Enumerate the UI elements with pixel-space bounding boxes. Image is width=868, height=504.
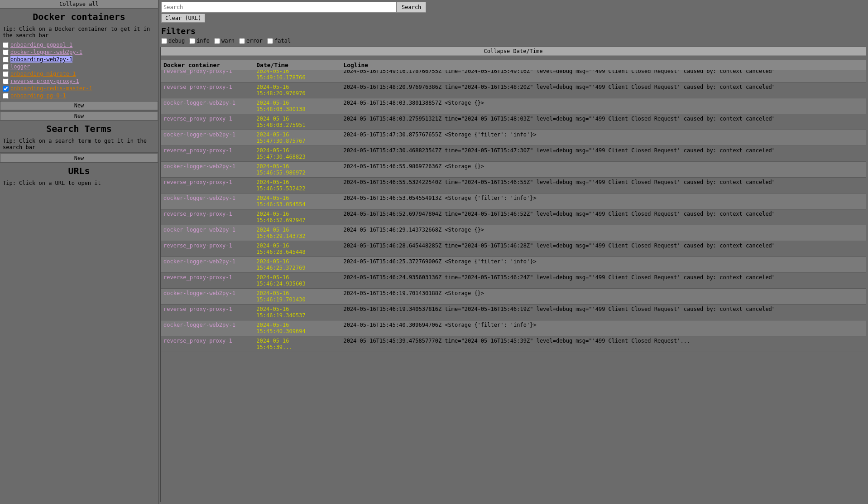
filter-checkbox-error[interactable] — [239, 38, 245, 44]
cell-container: reverse_proxy-proxy-1 — [161, 146, 254, 162]
cell-container: docker-logger-web2py-1 — [161, 98, 254, 114]
search-input[interactable] — [161, 2, 397, 13]
cell-logline: 2024-05-16T15:46:53.054554913Z <Storage … — [340, 194, 866, 209]
cell-datetime: 2024-05-16 15:45:40.309694 — [254, 320, 340, 336]
container-checkbox[interactable] — [3, 86, 9, 92]
log-tbody: reverse_proxy-proxy-12024-05-16 15:49:16… — [161, 67, 866, 352]
cell-container: docker-logger-web2py-1 — [161, 320, 254, 336]
search-bar-row: Search — [158, 0, 868, 13]
container-label[interactable]: docker-logger-web2py-1 — [10, 49, 82, 55]
table-row: reverse_proxy-proxy-12024-05-16 15:48:03… — [161, 114, 866, 130]
container-item[interactable]: onboarding-pgpool-1 — [3, 41, 155, 48]
container-label[interactable]: onboarding-pg-0-1 — [10, 92, 66, 99]
cell-logline: 2024-05-16T15:46:19.340537816Z time="202… — [340, 305, 866, 320]
collapse-date-button[interactable]: Collapse Date/Time — [161, 47, 866, 56]
container-item[interactable]: logger — [3, 63, 155, 70]
table-row: reverse_proxy-proxy-12024-05-16 15:46:52… — [161, 209, 866, 225]
log-section[interactable]: Collapse Date/Time Docker container Date… — [160, 47, 866, 502]
filter-checkbox-fatal[interactable] — [267, 38, 273, 44]
container-label[interactable]: reverse_proxy-proxy-1 — [10, 78, 79, 84]
container-label[interactable]: logger — [10, 63, 30, 70]
cell-logline: 2024-05-16T15:46:24.935603136Z time="202… — [340, 273, 866, 289]
cell-datetime: 2024-05-16 15:46:25.372769 — [254, 257, 340, 273]
urls-tip: Tip: Click on a URL to open it — [0, 179, 158, 188]
cell-datetime: 2024-05-16 15:46:19.701430 — [254, 289, 340, 305]
right-panel: Search Clear (URL) Filters debuginfowarn… — [158, 0, 868, 504]
cell-container: docker-logger-web2py-1 — [161, 162, 254, 178]
filter-label-error: error — [246, 38, 263, 44]
filter-label-warn: warn — [221, 38, 235, 44]
filter-checkbox-warn[interactable] — [214, 38, 220, 44]
filter-checkbox-debug[interactable] — [161, 38, 167, 44]
table-row: reverse_proxy-proxy-12024-05-16 15:46:28… — [161, 241, 866, 257]
new-url-button[interactable]: New — [0, 154, 158, 163]
table-row: reverse_proxy-proxy-12024-05-16 15:47:30… — [161, 146, 866, 162]
docker-tip: Tip: Click on a Docker container to get … — [0, 25, 158, 40]
table-row: docker-logger-web2py-12024-05-16 15:46:2… — [161, 225, 866, 241]
cell-container: docker-logger-web2py-1 — [161, 130, 254, 146]
col-datetime: Date/Time — [254, 60, 340, 71]
cell-logline: 2024-05-16T15:47:30.468823547Z time="202… — [340, 146, 866, 162]
search-terms-title: Search Terms — [0, 121, 158, 137]
container-checkbox[interactable] — [3, 42, 9, 48]
cell-logline: 2024-05-16T15:48:20.976976386Z time="202… — [340, 82, 866, 98]
container-label[interactable]: onboarding-web2py-1 — [10, 56, 72, 63]
filter-item-fatal[interactable]: fatal — [267, 38, 291, 44]
container-list: onboarding-pgpool-1docker-logger-web2py-… — [0, 40, 158, 100]
container-item[interactable]: onboarding-web2py-1 — [3, 56, 155, 63]
new-search-term-button[interactable]: New — [0, 111, 158, 121]
container-label[interactable]: onboarding-migrate-1 — [10, 71, 76, 77]
filter-item-debug[interactable]: debug — [161, 38, 185, 44]
container-item[interactable]: docker-logger-web2py-1 — [3, 48, 155, 56]
table-row: docker-logger-web2py-12024-05-16 15:46:5… — [161, 194, 866, 209]
cell-datetime: 2024-05-16 15:46:29.143732 — [254, 225, 340, 241]
new-container-button[interactable]: New — [0, 101, 158, 110]
search-terms-section: New Search Terms Tip: Click on a search … — [0, 110, 158, 152]
container-checkbox[interactable] — [3, 64, 9, 70]
filter-item-info[interactable]: info — [189, 38, 210, 44]
cell-container: reverse_proxy-proxy-1 — [161, 305, 254, 320]
cell-datetime: 2024-05-16 15:48:20.976976 — [254, 82, 340, 98]
table-row: reverse_proxy-proxy-12024-05-16 15:46:19… — [161, 305, 866, 320]
cell-datetime: 2024-05-16 15:46:52.697947 — [254, 209, 340, 225]
cell-logline: 2024-05-16T15:46:52.697947804Z time="202… — [340, 209, 866, 225]
col-container: Docker container — [161, 60, 254, 71]
table-row: docker-logger-web2py-12024-05-16 15:45:4… — [161, 320, 866, 336]
table-row: docker-logger-web2py-12024-05-16 15:46:5… — [161, 162, 866, 178]
cell-datetime: 2024-05-16 15:46:24.935603 — [254, 273, 340, 289]
cell-datetime: 2024-05-16 15:48:03.275951 — [254, 114, 340, 130]
search-terms-tip: Tip: Click on a search term to get it in… — [0, 137, 158, 152]
cell-container: docker-logger-web2py-1 — [161, 257, 254, 273]
left-panel: Collapse all Docker containers Tip: Clic… — [0, 0, 158, 504]
cell-datetime: 2024-05-16 15:47:30.468823 — [254, 146, 340, 162]
clear-url-button[interactable]: Clear (URL) — [161, 14, 205, 23]
cell-container: reverse_proxy-proxy-1 — [161, 241, 254, 257]
table-row: docker-logger-web2py-12024-05-16 15:46:2… — [161, 257, 866, 273]
container-item[interactable]: onboarding-pg-0-1 — [3, 92, 155, 99]
container-checkbox[interactable] — [3, 57, 9, 63]
cell-datetime: 2024-05-16 15:46:19.340537 — [254, 305, 340, 320]
filter-item-error[interactable]: error — [239, 38, 263, 44]
container-label[interactable]: onboarding-redis-master-1 — [10, 85, 92, 92]
container-item[interactable]: onboarding-redis-master-1 — [3, 85, 155, 92]
container-checkbox[interactable] — [3, 71, 9, 77]
filter-item-warn[interactable]: warn — [214, 38, 235, 44]
search-button[interactable]: Search — [397, 2, 426, 13]
cell-container: reverse_proxy-proxy-1 — [161, 82, 254, 98]
container-item[interactable]: reverse_proxy-proxy-1 — [3, 78, 155, 85]
collapse-all-button[interactable]: Collapse all — [0, 0, 158, 9]
container-checkbox[interactable] — [3, 49, 9, 55]
container-item[interactable]: onboarding-migrate-1 — [3, 70, 155, 78]
table-row: reverse_proxy-proxy-12024-05-16 15:46:55… — [161, 178, 866, 194]
table-row: docker-logger-web2py-12024-05-16 15:47:3… — [161, 130, 866, 146]
table-row: docker-logger-web2py-12024-05-16 15:46:1… — [161, 289, 866, 305]
container-checkbox[interactable] — [3, 78, 9, 84]
filter-checkbox-info[interactable] — [189, 38, 195, 44]
table-row: reverse_proxy-proxy-12024-05-16 15:45:39… — [161, 336, 866, 352]
container-label[interactable]: onboarding-pgpool-1 — [10, 42, 72, 48]
col-logline: Logline — [340, 60, 866, 71]
docker-section: Collapse all Docker containers Tip: Clic… — [0, 0, 158, 110]
cell-logline: 2024-05-16T15:46:55.986972636Z <Storage … — [340, 162, 866, 178]
table-row: reverse_proxy-proxy-12024-05-16 15:46:24… — [161, 273, 866, 289]
container-checkbox[interactable] — [3, 93, 9, 99]
